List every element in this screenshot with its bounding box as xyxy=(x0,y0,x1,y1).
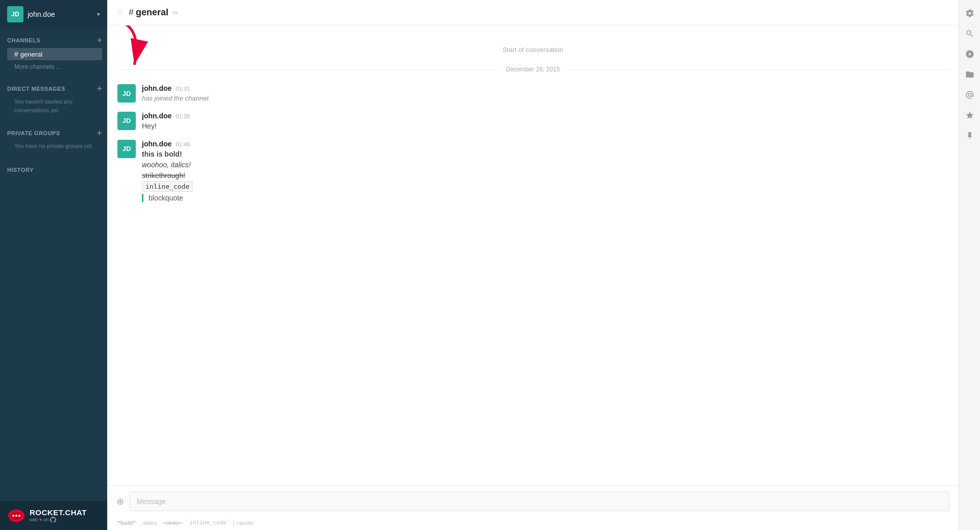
brand-subtitle: with ♥ on xyxy=(30,517,87,523)
avatar: JD xyxy=(117,140,136,158)
message-blockquote: blockquote xyxy=(142,194,948,202)
private-groups-section: PRIVATE GROUPS + You have no private gro… xyxy=(0,121,107,158)
message-header: john.doe 01:38 xyxy=(142,112,948,120)
svg-point-3 xyxy=(15,515,17,517)
avatar: JD xyxy=(7,6,23,22)
message-content: john.doe 01:38 Hey! xyxy=(142,112,948,132)
settings-icon[interactable] xyxy=(961,4,979,22)
main-area: ☆ # general ✏ Start of conversation Dece xyxy=(107,0,959,530)
messages-area[interactable]: Start of conversation December 28, 2015 … xyxy=(107,26,959,485)
user-header[interactable]: JD john.doe ▾ xyxy=(0,0,107,29)
add-channel-button[interactable]: + xyxy=(96,36,102,45)
history-label[interactable]: HISTORY xyxy=(7,167,34,173)
date-divider: December 28, 2015 xyxy=(107,61,959,78)
message-header: john.doe 01:48 xyxy=(142,140,948,148)
pinned-icon[interactable] xyxy=(961,127,979,145)
message-time: 01:31 xyxy=(176,86,190,92)
message-row: JD john.doe 01:31 has joined the channel… xyxy=(107,80,959,108)
message-row: JD john.doe 01:48 this is bold! woohoo, … xyxy=(107,136,959,206)
github-icon xyxy=(50,517,56,523)
message-author: john.doe xyxy=(142,140,172,148)
avatar: JD xyxy=(117,112,136,130)
chevron-down-icon: ▾ xyxy=(97,11,100,18)
message-text: has joined the channel. xyxy=(142,93,948,104)
right-icon-bar xyxy=(959,0,980,530)
message-author: john.doe xyxy=(142,84,172,92)
message-text-code: inline_code xyxy=(142,181,948,192)
channel-title: general xyxy=(136,7,168,18)
channel-general-label: general xyxy=(20,51,42,58)
date-label: December 28, 2015 xyxy=(499,66,567,73)
message-content: john.doe 01:48 this is bold! woohoo, ita… xyxy=(142,140,948,202)
upload-icon[interactable]: ⊕ xyxy=(116,496,124,507)
message-text-italic: woohoo, italics! xyxy=(142,160,948,170)
format-hints: "*bold*" _italics_ ~strike~ `inline_code… xyxy=(107,517,959,530)
add-group-button[interactable]: + xyxy=(96,129,102,138)
more-channels-link[interactable]: More channels ... xyxy=(14,63,61,70)
message-text-strike: strikethrough! xyxy=(142,170,948,181)
direct-messages-section: DIRECT MESSAGES + You haven't started an… xyxy=(0,77,107,121)
search-icon[interactable] xyxy=(961,24,979,43)
message-text-bold: this is bold! xyxy=(142,149,948,160)
message-input[interactable] xyxy=(129,492,949,511)
message-row: JD john.doe 01:38 Hey! xyxy=(107,108,959,136)
hash-icon: # xyxy=(14,50,18,58)
dm-header: DIRECT MESSAGES + xyxy=(7,84,102,93)
starred-icon[interactable] xyxy=(961,106,979,124)
channels-header: CHANNELS + xyxy=(7,36,102,45)
divider-line-left xyxy=(117,69,499,70)
sidebar-item-general[interactable]: # general xyxy=(7,48,102,60)
groups-header: PRIVATE GROUPS + xyxy=(7,129,102,138)
avatar: JD xyxy=(117,84,136,103)
message-content: john.doe 01:31 has joined the channel. xyxy=(142,84,948,104)
brand-name: ROCKET.CHAT xyxy=(30,508,87,517)
message-time: 01:48 xyxy=(176,141,190,147)
message-input-area: ⊕ xyxy=(107,485,959,517)
conversation-start: Start of conversation xyxy=(107,36,959,59)
message-time: 01:38 xyxy=(176,113,190,119)
files-icon[interactable] xyxy=(961,65,979,84)
integration-icon[interactable] xyxy=(961,45,979,63)
channel-hash-icon: # xyxy=(129,7,134,18)
edit-icon[interactable]: ✏ xyxy=(173,9,179,17)
quote-hint: | >quote xyxy=(233,520,254,526)
dm-empty-text: You haven't started any conversations ye… xyxy=(7,96,102,118)
add-dm-button[interactable]: + xyxy=(96,84,102,93)
code-hint: `inline_code` xyxy=(186,519,230,526)
sidebar: JD john.doe ▾ CHANNELS + # general More … xyxy=(0,0,107,530)
mentions-icon[interactable] xyxy=(961,86,979,104)
history-section: HISTORY xyxy=(0,158,107,177)
message-header: john.doe 01:31 xyxy=(142,84,948,92)
rocket-chat-logo-icon xyxy=(7,509,26,523)
channels-section: CHANNELS + # general More channels ... xyxy=(0,29,107,77)
groups-label: PRIVATE GROUPS xyxy=(7,130,60,136)
groups-empty-text: You have no private groups yet. xyxy=(7,141,102,155)
bold-hint: "*bold*" xyxy=(116,520,137,526)
svg-point-4 xyxy=(18,515,20,517)
message-author: john.doe xyxy=(142,112,172,120)
divider-line-right xyxy=(567,69,948,70)
italic-hint: _italics_ xyxy=(140,520,160,526)
strike-hint: ~strike~ xyxy=(163,520,183,526)
dm-label: DIRECT MESSAGES xyxy=(7,86,65,92)
message-text: Hey! xyxy=(142,121,948,132)
username: john.doe xyxy=(28,10,97,18)
branding: ROCKET.CHAT with ♥ on xyxy=(0,501,107,530)
favorite-icon[interactable]: ☆ xyxy=(116,8,124,17)
chat-header: ☆ # general ✏ xyxy=(107,0,959,26)
channels-label: CHANNELS xyxy=(7,37,40,43)
svg-point-2 xyxy=(12,515,14,517)
